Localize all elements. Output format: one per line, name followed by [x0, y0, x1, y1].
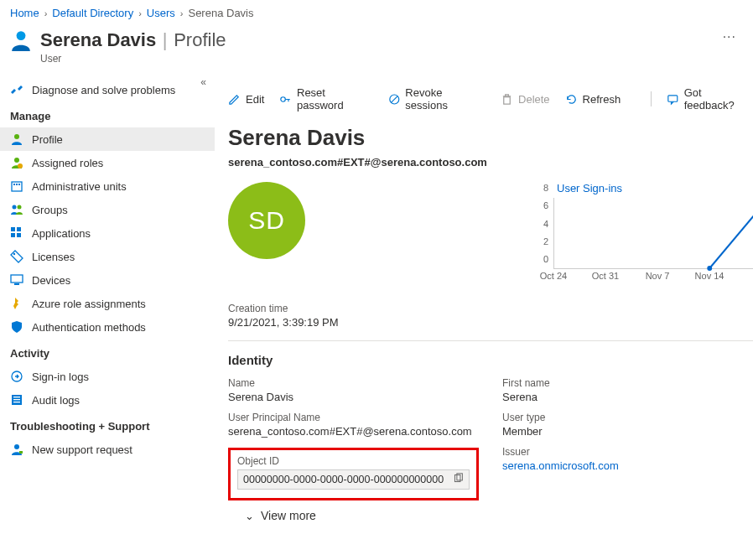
reset-password-button[interactable]: Reset password: [279, 86, 372, 111]
refresh-icon: [565, 93, 578, 106]
sidebar-item-support[interactable]: New support request: [0, 438, 215, 461]
building-icon: [10, 179, 23, 193]
svg-rect-5: [13, 184, 15, 185]
svg-rect-10: [11, 227, 15, 231]
svg-rect-21: [13, 402, 20, 402]
key-icon: [279, 93, 292, 106]
collapse-icon[interactable]: «: [200, 76, 206, 88]
toolbar-label: Reset password: [297, 86, 373, 111]
people-icon: [10, 203, 23, 216]
object-id-field[interactable]: 00000000-0000-0000-0000-000000000000: [237, 469, 470, 490]
x-tick: Nov 14: [695, 271, 724, 281]
svg-rect-6: [16, 184, 18, 185]
toolbar-label: Revoke sessions: [405, 86, 486, 111]
x-tick: Nov 7: [646, 271, 670, 281]
sidebar-item-profile[interactable]: Profile: [0, 127, 215, 151]
sidebar-item-label: Licenses: [32, 251, 75, 263]
block-icon: [388, 93, 401, 106]
chart-title[interactable]: User Sign-ins: [527, 182, 753, 194]
y-tick: 2: [543, 236, 548, 246]
list-icon: [10, 393, 23, 407]
svg-rect-27: [504, 96, 511, 103]
breadcrumb: Home › Default Directory › Users › Seren…: [0, 0, 753, 26]
revoke-sessions-button[interactable]: Revoke sessions: [388, 86, 486, 111]
name-label: Name: [228, 377, 479, 389]
object-id-value: 00000000-0000-0000-0000-000000000000: [243, 474, 448, 485]
user-type-value: Member: [502, 425, 753, 438]
more-icon[interactable]: ···: [716, 29, 743, 44]
toolbar-label: Refresh: [583, 93, 621, 106]
sidebar-item-label: Azure role assignments: [32, 298, 146, 310]
copy-icon[interactable]: [453, 473, 464, 486]
svg-point-14: [13, 253, 15, 255]
grid-icon: [10, 226, 23, 240]
svg-rect-7: [18, 184, 20, 185]
y-tick: 8: [543, 183, 548, 193]
sidebar-item-label: Assigned roles: [32, 157, 103, 169]
svg-rect-16: [14, 283, 19, 285]
sidebar-item-label: Diagnose and solve problems: [32, 84, 175, 96]
sidebar-item-diagnose[interactable]: Diagnose and solve problems: [0, 78, 215, 101]
sidebar-item-audit-logs[interactable]: Audit logs: [0, 388, 215, 412]
pencil-icon: [228, 93, 241, 106]
chevron-right-icon: ›: [44, 8, 48, 18]
sidebar-item-label: Applications: [32, 227, 91, 240]
sidebar-item-groups[interactable]: Groups: [0, 198, 215, 221]
breadcrumb-item[interactable]: Users: [147, 7, 175, 19]
shield-icon: [10, 320, 23, 334]
creation-time-value: 9/21/2021, 3:39:19 PM: [228, 316, 753, 329]
breadcrumb-item[interactable]: Default Directory: [52, 7, 133, 19]
sidebar-item-signin-logs[interactable]: Sign-in logs: [0, 365, 215, 388]
sidebar-item-auth-methods[interactable]: Authentication methods: [0, 315, 215, 339]
svg-rect-4: [12, 182, 22, 191]
svg-point-24: [281, 96, 285, 101]
first-name-value: Serena: [502, 391, 753, 403]
view-more-button[interactable]: ⌄ View more: [228, 500, 753, 522]
issuer-value[interactable]: serena.onmicrosoft.com: [502, 459, 753, 472]
chevron-right-icon: ›: [138, 8, 142, 18]
sidebar-group-manage: Manage: [0, 101, 215, 127]
sidebar-group-activity: Activity: [0, 339, 215, 365]
svg-point-8: [13, 205, 17, 210]
user-type-label: User type: [502, 412, 753, 423]
toolbar-label: Got feedback?: [684, 86, 753, 111]
svg-rect-15: [11, 275, 23, 283]
feedback-button[interactable]: Got feedback?: [667, 86, 753, 111]
sidebar-item-label: Administrative units: [32, 180, 127, 193]
name-value: Serena Davis: [228, 391, 479, 403]
issuer-label: Issuer: [502, 446, 753, 458]
person-icon: [10, 132, 23, 146]
page-subtitle: Profile: [174, 29, 226, 50]
divider: [228, 340, 753, 341]
svg-rect-11: [17, 227, 21, 231]
sidebar-item-label: Groups: [32, 204, 68, 216]
page-title: Serena Davis: [40, 29, 156, 50]
svg-rect-20: [13, 399, 20, 400]
svg-rect-12: [11, 233, 15, 237]
toolbar-label: Edit: [246, 93, 264, 106]
page-category: User: [40, 53, 708, 65]
y-tick: 6: [543, 200, 548, 210]
svg-rect-23: [19, 451, 23, 454]
user-icon: [10, 29, 32, 54]
view-more-label: View more: [261, 509, 316, 522]
svg-rect-13: [17, 233, 21, 237]
first-name-label: First name: [502, 377, 753, 389]
sidebar-item-azure-roles[interactable]: Azure role assignments: [0, 292, 215, 315]
sidebar: « Diagnose and solve problems Manage Pro…: [0, 75, 215, 522]
main-content: Edit Reset password Revoke sessions Dele…: [215, 75, 753, 522]
sidebar-item-devices[interactable]: Devices: [0, 268, 215, 292]
sidebar-item-label: Authentication methods: [32, 321, 146, 334]
edit-button[interactable]: Edit: [228, 93, 264, 106]
svg-line-26: [391, 96, 397, 101]
headset-icon: [10, 443, 23, 456]
title-divider: |: [163, 29, 168, 50]
sidebar-item-roles[interactable]: Assigned roles: [0, 151, 215, 174]
sidebar-item-applications[interactable]: Applications: [0, 221, 215, 245]
sidebar-item-label: Audit logs: [32, 394, 80, 407]
breadcrumb-item[interactable]: Home: [10, 7, 39, 19]
sidebar-item-licenses[interactable]: Licenses: [0, 245, 215, 268]
refresh-button[interactable]: Refresh: [565, 93, 621, 106]
sidebar-item-admin-units[interactable]: Administrative units: [0, 174, 215, 198]
toolbar-label: Delete: [518, 93, 550, 106]
